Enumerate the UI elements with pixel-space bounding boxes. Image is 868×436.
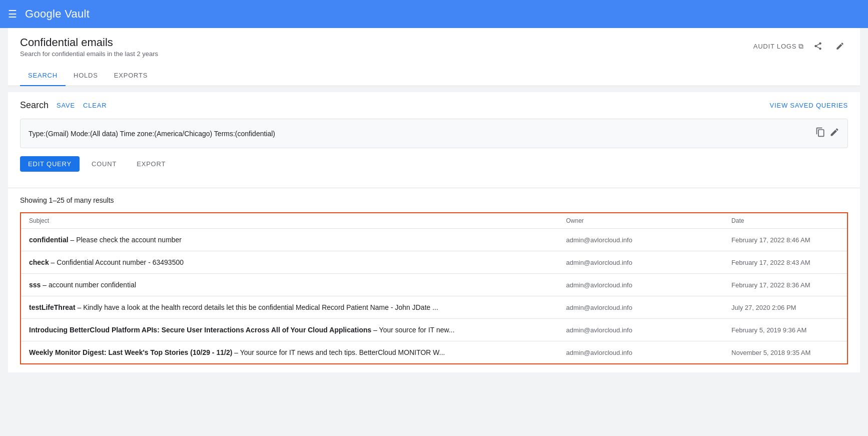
table-row[interactable]: check – Confidential Account number - 63… xyxy=(21,251,847,274)
table-row[interactable]: confidential – Please check the account … xyxy=(21,229,847,251)
external-link-icon: ⧉ xyxy=(798,42,804,51)
main-content: Confidential emails Search for confident… xyxy=(0,28,868,436)
table-row[interactable]: testLifeThreat – Kindly have a look at t… xyxy=(21,296,847,319)
action-buttons: EDIT QUERY COUNT EXPORT xyxy=(20,156,848,172)
export-button[interactable]: EXPORT xyxy=(129,156,174,172)
matter-panel: Confidential emails Search for confident… xyxy=(8,28,860,86)
view-saved-queries-button[interactable]: VIEW SAVED QUERIES xyxy=(770,102,848,109)
matter-title-section: Confidential emails Search for confident… xyxy=(20,36,158,58)
tabs: SEARCH HOLDS EXPORTS xyxy=(20,66,848,86)
table-row[interactable]: Introducing BetterCloud Platform APIs: S… xyxy=(21,319,847,341)
results-table: Subject Owner Date confidential – Please… xyxy=(20,212,848,364)
results-count: Showing 1–25 of many results xyxy=(20,196,848,204)
edit-query-icon-button[interactable] xyxy=(829,127,839,140)
search-header: Search SAVE CLEAR VIEW SAVED QUERIES xyxy=(20,100,848,111)
share-icon-button[interactable] xyxy=(810,38,826,54)
results-section: Showing 1–25 of many results Subject Own… xyxy=(8,188,860,372)
tab-exports[interactable]: EXPORTS xyxy=(106,66,156,86)
query-actions xyxy=(815,127,839,140)
col-header-date: Date xyxy=(723,213,847,229)
matter-actions: AUDIT LOGS ⧉ xyxy=(753,36,848,54)
table-row[interactable]: Weekly Monitor Digest: Last Week's Top S… xyxy=(21,341,847,364)
count-button[interactable]: COUNT xyxy=(84,156,125,172)
top-header: ☰ Google Vault xyxy=(0,0,868,28)
tab-search[interactable]: SEARCH xyxy=(20,66,66,86)
clear-button[interactable]: CLEAR xyxy=(83,102,107,109)
col-header-subject: Subject xyxy=(21,213,558,229)
edit-query-button[interactable]: EDIT QUERY xyxy=(20,156,80,172)
query-text: Type:(Gmail) Mode:(All data) Time zone:(… xyxy=(29,130,275,138)
tab-holds[interactable]: HOLDS xyxy=(66,66,106,86)
copy-query-icon-button[interactable] xyxy=(815,127,825,140)
matter-title: Confidential emails xyxy=(20,36,158,49)
edit-matter-icon-button[interactable] xyxy=(832,38,848,54)
results-body: confidential – Please check the account … xyxy=(21,229,847,364)
query-box: Type:(Gmail) Mode:(All data) Time zone:(… xyxy=(20,119,848,148)
hamburger-icon[interactable]: ☰ xyxy=(8,8,17,20)
col-header-owner: Owner xyxy=(558,213,723,229)
save-button[interactable]: SAVE xyxy=(57,102,75,109)
app-title: Google Vault xyxy=(25,8,90,21)
matter-subtitle: Search for confidential emails in the la… xyxy=(20,50,158,58)
search-section: Search SAVE CLEAR VIEW SAVED QUERIES Typ… xyxy=(8,92,860,188)
audit-logs-button[interactable]: AUDIT LOGS ⧉ xyxy=(753,42,804,51)
matter-header: Confidential emails Search for confident… xyxy=(20,36,848,62)
audit-logs-label: AUDIT LOGS xyxy=(753,43,797,50)
table-row[interactable]: sss – account number confidential admin@… xyxy=(21,274,847,296)
table-header: Subject Owner Date xyxy=(21,213,847,229)
search-label: Search xyxy=(20,100,49,111)
